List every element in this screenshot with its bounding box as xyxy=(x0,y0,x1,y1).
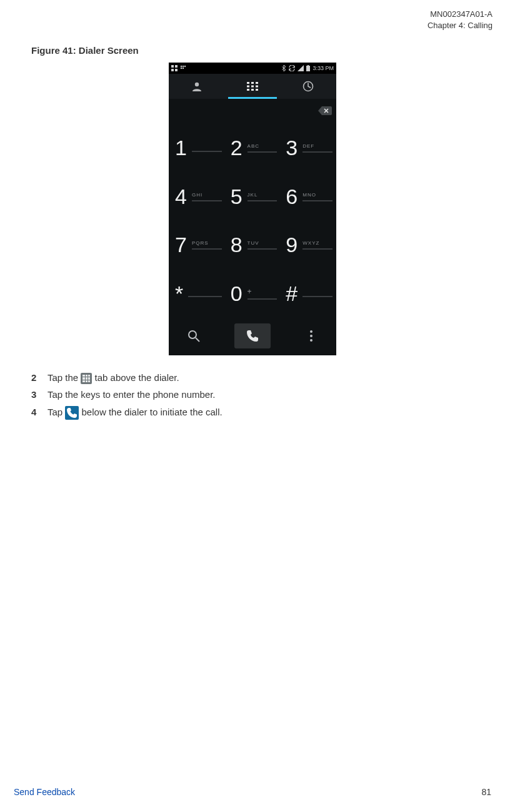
call-button[interactable] xyxy=(234,323,271,348)
svg-point-25 xyxy=(310,335,312,337)
battery-icon xyxy=(306,65,310,71)
status-bar: 3:33 PM xyxy=(169,63,336,74)
svg-point-26 xyxy=(310,339,312,342)
dialer-screenshot: 3:33 PM 1 2ABC 3DEF 4GHI 5JKL 6MNO 7PQRS… xyxy=(169,63,336,355)
keypad-area: 1 2ABC 3DEF 4GHI 5JKL 6MNO 7PQRS 8TUV 9W… xyxy=(169,123,336,317)
key-7[interactable]: 7PQRS xyxy=(172,222,222,268)
svg-point-8 xyxy=(182,68,184,69)
svg-point-11 xyxy=(194,83,198,86)
step-3: 3 Tap the keys to enter the phone number… xyxy=(31,387,474,402)
svg-rect-0 xyxy=(171,65,174,68)
send-feedback-link[interactable]: Send Feedback xyxy=(14,787,75,797)
search-icon xyxy=(188,330,200,342)
svg-rect-17 xyxy=(256,86,258,88)
key-3[interactable]: 3DEF xyxy=(283,125,332,171)
tab-keypad[interactable] xyxy=(224,74,280,99)
svg-rect-14 xyxy=(256,82,258,84)
clock-icon xyxy=(302,81,314,92)
person-icon xyxy=(191,81,202,92)
chapter-label: Chapter 4: Calling xyxy=(428,20,492,31)
sync-icon xyxy=(289,65,295,71)
doc-id: MN002347A01-A xyxy=(428,9,492,20)
key-2[interactable]: 2ABC xyxy=(228,125,278,171)
key-9[interactable]: 9WXYZ xyxy=(283,222,332,268)
svg-rect-1 xyxy=(175,65,178,68)
svg-rect-12 xyxy=(247,82,249,84)
page-number: 81 xyxy=(481,787,491,797)
step-2-pre: Tap the xyxy=(48,372,81,383)
svg-rect-2 xyxy=(171,69,174,71)
svg-point-5 xyxy=(182,66,184,67)
key-star[interactable]: * xyxy=(172,271,222,317)
backspace-icon xyxy=(318,106,332,115)
notification-dots-icon xyxy=(180,65,186,71)
tab-recents[interactable] xyxy=(281,74,336,99)
step-2-post: tab above the dialer. xyxy=(95,372,179,383)
keypad-icon xyxy=(247,82,258,91)
key-6[interactable]: 6MNO xyxy=(283,174,332,220)
phone-icon xyxy=(246,329,259,343)
svg-rect-20 xyxy=(256,89,258,91)
key-8[interactable]: 8TUV xyxy=(228,222,278,268)
key-5[interactable]: 5JKL xyxy=(228,174,278,220)
backspace-button[interactable] xyxy=(318,105,332,116)
bluetooth-icon xyxy=(282,65,286,71)
step-4-pre: Tap xyxy=(48,407,65,417)
svg-point-4 xyxy=(181,66,182,67)
svg-rect-9 xyxy=(306,66,310,71)
step-2: 2 Tap the tab above the dialer. xyxy=(31,370,474,385)
step-3-text: Tap the keys to enter the phone number. xyxy=(48,387,216,402)
key-0[interactable]: 0+ xyxy=(228,271,278,317)
key-hash[interactable]: # xyxy=(283,271,332,317)
key-4[interactable]: 4GHI xyxy=(172,174,222,220)
svg-rect-10 xyxy=(308,65,309,66)
page-footer: Send Feedback 81 xyxy=(14,787,491,797)
instruction-steps: 2 Tap the tab above the dialer. 3 Tap th… xyxy=(31,370,474,422)
svg-rect-15 xyxy=(247,86,249,88)
key-1[interactable]: 1 xyxy=(172,125,222,171)
keypad-inline-icon xyxy=(81,373,92,384)
figure-caption: Figure 41: Dialer Screen xyxy=(31,45,139,56)
svg-rect-16 xyxy=(251,86,254,88)
signal-icon xyxy=(298,65,304,71)
svg-point-6 xyxy=(184,66,186,67)
tab-contacts[interactable] xyxy=(169,74,224,99)
dialer-tabs xyxy=(169,74,336,99)
app-grid-icon xyxy=(171,65,178,71)
svg-point-7 xyxy=(181,68,182,69)
status-time: 3:33 PM xyxy=(312,65,334,71)
svg-rect-13 xyxy=(251,82,254,84)
keypad-grid: 1 2ABC 3DEF 4GHI 5JKL 6MNO 7PQRS 8TUV 9W… xyxy=(169,123,336,317)
step-4: 4 Tap below the dialer to initiate the c… xyxy=(31,405,474,420)
overflow-button[interactable] xyxy=(293,323,329,348)
svg-line-23 xyxy=(196,338,199,342)
svg-rect-18 xyxy=(247,89,249,91)
phone-inline-icon xyxy=(65,406,79,420)
number-display-row xyxy=(169,99,336,123)
svg-point-24 xyxy=(310,330,312,333)
overflow-icon xyxy=(309,330,313,342)
svg-point-22 xyxy=(189,331,196,338)
page-header: MN002347A01-A Chapter 4: Calling xyxy=(428,9,492,31)
svg-rect-19 xyxy=(251,89,254,91)
search-button[interactable] xyxy=(176,323,212,348)
svg-rect-3 xyxy=(175,69,178,71)
step-4-post: below the dialer to initiate the call. xyxy=(82,407,222,417)
call-bar xyxy=(169,317,336,355)
